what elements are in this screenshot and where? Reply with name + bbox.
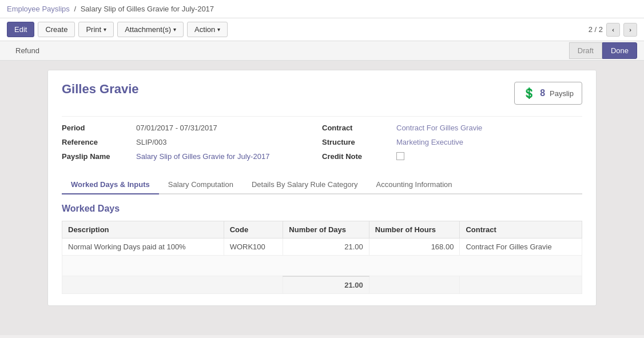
worked-days-section: Worked Days Description Code Number of D… bbox=[62, 204, 582, 294]
fields-right: Contract Contract For Gilles Gravie Stru… bbox=[322, 124, 582, 166]
status-draft[interactable]: Draft bbox=[569, 42, 602, 59]
print-button[interactable]: Print ▾ bbox=[78, 22, 114, 37]
edit-button[interactable]: Edit bbox=[7, 22, 34, 37]
create-button[interactable]: Create bbox=[38, 22, 75, 37]
payslip-count: 8 bbox=[540, 88, 545, 98]
doc-tabs: Worked Days & Inputs Salary Computation … bbox=[62, 176, 582, 194]
tab-worked-days[interactable]: Worked Days & Inputs bbox=[62, 176, 159, 194]
worked-days-title: Worked Days bbox=[62, 204, 582, 214]
cell-days: 21.00 bbox=[283, 238, 369, 256]
cell-contract: Contract For Gilles Gravie bbox=[460, 238, 582, 256]
period-label: Period bbox=[62, 124, 136, 132]
credit-note-label: Credit Note bbox=[322, 152, 396, 161]
payslip-label: Payslip bbox=[550, 89, 574, 98]
attachments-button[interactable]: Attachment(s) ▾ bbox=[117, 22, 184, 37]
attachments-caret-icon: ▾ bbox=[173, 26, 176, 33]
contract-value[interactable]: Contract For Gilles Gravie bbox=[396, 124, 482, 132]
table-row: Normal Working Days paid at 100% WORK100… bbox=[62, 238, 582, 256]
document-card: Gilles Gravie 💲 8 Payslip Period 07/01/2… bbox=[47, 70, 597, 306]
reference-label: Reference bbox=[62, 138, 136, 146]
refund-tab[interactable]: Refund bbox=[7, 41, 48, 60]
payslip-name-value: Salary Slip of Gilles Gravie for July-20… bbox=[136, 152, 269, 161]
col-description: Description bbox=[62, 221, 224, 238]
tab-accounting-info[interactable]: Accounting Information bbox=[367, 176, 462, 194]
action-button[interactable]: Action ▾ bbox=[187, 22, 228, 37]
action-bar-left: Refund bbox=[7, 41, 48, 60]
next-button[interactable]: › bbox=[623, 23, 637, 37]
reference-row: Reference SLIP/003 bbox=[62, 138, 322, 146]
structure-value[interactable]: Marketing Executive bbox=[396, 138, 463, 146]
contract-label: Contract bbox=[322, 124, 396, 132]
doc-header: Gilles Gravie 💲 8 Payslip bbox=[62, 82, 582, 105]
print-caret-icon: ▾ bbox=[104, 26, 106, 33]
fields-left: Period 07/01/2017 - 07/31/2017 Reference… bbox=[62, 124, 322, 166]
structure-label: Structure bbox=[322, 138, 396, 146]
worked-days-table: Description Code Number of Days Number o… bbox=[62, 221, 582, 294]
action-label: Action bbox=[194, 25, 215, 34]
action-caret-icon: ▾ bbox=[217, 26, 220, 33]
breadcrumb-parent[interactable]: Employee Payslips bbox=[7, 5, 70, 13]
fields-section: Period 07/01/2017 - 07/31/2017 Reference… bbox=[62, 116, 582, 166]
breadcrumb-current: Salary Slip of Gilles Gravie for July-20… bbox=[81, 5, 214, 13]
cell-hours: 168.00 bbox=[369, 238, 460, 256]
toolbar-right: 2 / 2 ‹ › bbox=[589, 23, 637, 37]
col-code: Code bbox=[224, 221, 283, 238]
cell-description: Normal Working Days paid at 100% bbox=[62, 238, 224, 256]
tab-details-by-rule[interactable]: Details By Salary Rule Category bbox=[243, 176, 367, 194]
attachments-label: Attachment(s) bbox=[125, 25, 171, 34]
cell-code: WORK100 bbox=[224, 238, 283, 256]
credit-note-row: Credit Note bbox=[322, 152, 582, 161]
prev-button[interactable]: ‹ bbox=[606, 23, 620, 37]
table-footer-row: 21.00 bbox=[62, 276, 582, 294]
table-header-row: Description Code Number of Days Number o… bbox=[62, 221, 582, 238]
col-hours: Number of Hours bbox=[369, 221, 460, 238]
payslip-name-label: Payslip Name bbox=[62, 152, 136, 161]
structure-row: Structure Marketing Executive bbox=[322, 138, 582, 146]
status-bar: Draft Done bbox=[569, 42, 637, 59]
toolbar: Edit Create Print ▾ Attachment(s) ▾ Acti… bbox=[0, 18, 644, 41]
contract-row: Contract Contract For Gilles Gravie bbox=[322, 124, 582, 132]
employee-name: Gilles Gravie bbox=[62, 82, 139, 97]
period-value: 07/01/2017 - 07/31/2017 bbox=[136, 124, 217, 132]
payslip-badge[interactable]: 💲 8 Payslip bbox=[514, 82, 582, 105]
credit-note-checkbox[interactable] bbox=[396, 152, 404, 160]
col-contract: Contract bbox=[460, 221, 582, 238]
main-content: Gilles Gravie 💲 8 Payslip Period 07/01/2… bbox=[0, 61, 644, 335]
col-days: Number of Days bbox=[283, 221, 369, 238]
tab-salary-computation[interactable]: Salary Computation bbox=[159, 176, 243, 194]
reference-value: SLIP/003 bbox=[136, 138, 167, 146]
payslip-name-row: Payslip Name Salary Slip of Gilles Gravi… bbox=[62, 152, 322, 161]
breadcrumb-separator: / bbox=[74, 5, 76, 13]
period-row: Period 07/01/2017 - 07/31/2017 bbox=[62, 124, 322, 132]
action-bar: Refund Draft Done bbox=[0, 41, 644, 61]
footer-total: 21.00 bbox=[283, 276, 369, 294]
pagination-label: 2 / 2 bbox=[589, 25, 603, 34]
table-spacer-row bbox=[62, 256, 582, 276]
payslip-icon: 💲 bbox=[523, 87, 535, 100]
toolbar-left: Edit Create Print ▾ Attachment(s) ▾ Acti… bbox=[7, 22, 228, 37]
print-label: Print bbox=[86, 25, 101, 34]
breadcrumb: Employee Payslips / Salary Slip of Gille… bbox=[0, 0, 644, 18]
status-done[interactable]: Done bbox=[602, 42, 637, 59]
